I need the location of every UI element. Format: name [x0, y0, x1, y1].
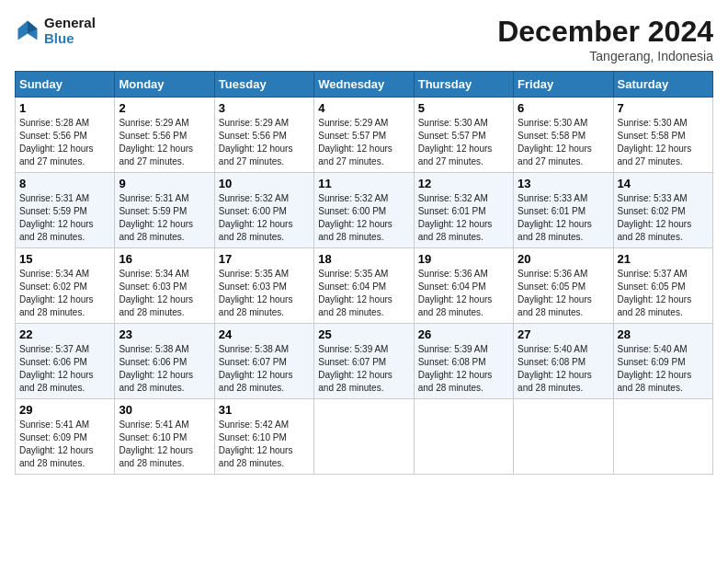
cell-info: Sunrise: 5:32 AMSunset: 6:01 PMDaylight:… [418, 192, 509, 244]
day-number: 29 [19, 403, 110, 417]
day-number: 21 [618, 252, 709, 266]
calendar-cell: 6Sunrise: 5:30 AMSunset: 5:58 PMDaylight… [514, 98, 613, 173]
day-number: 3 [219, 101, 310, 115]
week-row-5: 29Sunrise: 5:41 AMSunset: 6:09 PMDayligh… [16, 399, 713, 475]
calendar-cell: 30Sunrise: 5:41 AMSunset: 6:10 PMDayligh… [115, 399, 214, 475]
cell-info: Sunrise: 5:28 AMSunset: 5:56 PMDaylight:… [19, 117, 110, 168]
cell-info: Sunrise: 5:41 AMSunset: 6:09 PMDaylight:… [19, 419, 110, 470]
week-row-4: 22Sunrise: 5:37 AMSunset: 6:06 PMDayligh… [16, 324, 713, 399]
cell-info: Sunrise: 5:32 AMSunset: 6:00 PMDaylight:… [219, 192, 310, 244]
subtitle: Tangerang, Indonesia [497, 49, 713, 63]
calendar-cell [314, 399, 414, 475]
cell-info: Sunrise: 5:30 AMSunset: 5:58 PMDaylight:… [518, 117, 609, 168]
day-number: 15 [19, 252, 110, 266]
calendar-cell: 3Sunrise: 5:29 AMSunset: 5:56 PMDaylight… [214, 98, 313, 173]
day-number: 20 [518, 252, 609, 266]
calendar-cell: 2Sunrise: 5:29 AMSunset: 5:56 PMDaylight… [115, 98, 214, 173]
day-header-monday: Monday [115, 72, 214, 98]
cell-info: Sunrise: 5:31 AMSunset: 5:59 PMDaylight:… [119, 192, 210, 244]
cell-info: Sunrise: 5:30 AMSunset: 5:57 PMDaylight:… [418, 117, 509, 168]
day-number: 13 [518, 177, 609, 190]
cell-info: Sunrise: 5:34 AMSunset: 6:02 PMDaylight:… [19, 268, 110, 319]
cell-info: Sunrise: 5:39 AMSunset: 6:07 PMDaylight:… [318, 343, 409, 395]
calendar-cell: 26Sunrise: 5:39 AMSunset: 6:08 PMDayligh… [414, 324, 513, 399]
cell-info: Sunrise: 5:30 AMSunset: 5:58 PMDaylight:… [618, 117, 709, 168]
calendar-cell: 27Sunrise: 5:40 AMSunset: 6:08 PMDayligh… [514, 324, 613, 399]
cell-info: Sunrise: 5:37 AMSunset: 6:06 PMDaylight:… [19, 343, 110, 395]
day-number: 25 [318, 327, 409, 341]
cell-info: Sunrise: 5:39 AMSunset: 6:08 PMDaylight:… [418, 343, 509, 395]
calendar-cell [414, 399, 513, 475]
cell-info: Sunrise: 5:38 AMSunset: 6:07 PMDaylight:… [219, 343, 310, 395]
day-number: 26 [418, 327, 509, 341]
day-header-saturday: Saturday [613, 72, 712, 98]
header: General Blue December 2024 Tangerang, In… [15, 15, 713, 63]
calendar-cell: 7Sunrise: 5:30 AMSunset: 5:58 PMDaylight… [613, 98, 712, 173]
cell-info: Sunrise: 5:40 AMSunset: 6:08 PMDaylight:… [518, 343, 609, 395]
cell-info: Sunrise: 5:38 AMSunset: 6:06 PMDaylight:… [119, 343, 210, 395]
cell-info: Sunrise: 5:35 AMSunset: 6:04 PMDaylight:… [318, 268, 409, 319]
calendar-cell: 9Sunrise: 5:31 AMSunset: 5:59 PMDaylight… [115, 173, 214, 248]
logo: General Blue [15, 15, 96, 46]
day-number: 1 [19, 101, 110, 115]
calendar-cell: 19Sunrise: 5:36 AMSunset: 6:04 PMDayligh… [414, 248, 513, 324]
calendar-cell: 24Sunrise: 5:38 AMSunset: 6:07 PMDayligh… [214, 324, 313, 399]
calendar-cell: 1Sunrise: 5:28 AMSunset: 5:56 PMDaylight… [16, 98, 115, 173]
day-number: 23 [119, 327, 210, 341]
calendar-cell: 11Sunrise: 5:32 AMSunset: 6:00 PMDayligh… [314, 173, 414, 248]
cell-info: Sunrise: 5:36 AMSunset: 6:05 PMDaylight:… [518, 268, 609, 319]
logo-icon [15, 17, 40, 43]
calendar-cell: 14Sunrise: 5:33 AMSunset: 6:02 PMDayligh… [613, 173, 712, 248]
cell-info: Sunrise: 5:29 AMSunset: 5:56 PMDaylight:… [119, 117, 210, 168]
cell-info: Sunrise: 5:29 AMSunset: 5:57 PMDaylight:… [318, 117, 409, 168]
cell-info: Sunrise: 5:41 AMSunset: 6:10 PMDaylight:… [119, 419, 210, 470]
calendar-cell: 25Sunrise: 5:39 AMSunset: 6:07 PMDayligh… [314, 324, 414, 399]
calendar-cell: 18Sunrise: 5:35 AMSunset: 6:04 PMDayligh… [314, 248, 414, 324]
day-number: 8 [19, 177, 110, 190]
calendar-cell [613, 399, 712, 475]
title-area: December 2024 Tangerang, Indonesia [497, 15, 713, 63]
day-header-thursday: Thursday [414, 72, 513, 98]
cell-info: Sunrise: 5:34 AMSunset: 6:03 PMDaylight:… [119, 268, 210, 319]
calendar-cell: 13Sunrise: 5:33 AMSunset: 6:01 PMDayligh… [514, 173, 613, 248]
calendar-cell: 29Sunrise: 5:41 AMSunset: 6:09 PMDayligh… [16, 399, 115, 475]
week-row-3: 15Sunrise: 5:34 AMSunset: 6:02 PMDayligh… [16, 248, 713, 324]
day-number: 27 [518, 327, 609, 341]
day-number: 19 [418, 252, 509, 266]
day-header-tuesday: Tuesday [214, 72, 313, 98]
cell-info: Sunrise: 5:31 AMSunset: 5:59 PMDaylight:… [19, 192, 110, 244]
logo-text: General Blue [44, 15, 96, 46]
calendar-cell: 15Sunrise: 5:34 AMSunset: 6:02 PMDayligh… [16, 248, 115, 324]
day-number: 16 [119, 252, 210, 266]
calendar-cell: 21Sunrise: 5:37 AMSunset: 6:05 PMDayligh… [613, 248, 712, 324]
day-number: 4 [318, 101, 409, 115]
calendar-cell: 17Sunrise: 5:35 AMSunset: 6:03 PMDayligh… [214, 248, 313, 324]
cell-info: Sunrise: 5:36 AMSunset: 6:04 PMDaylight:… [418, 268, 509, 319]
calendar-cell: 4Sunrise: 5:29 AMSunset: 5:57 PMDaylight… [314, 98, 414, 173]
cell-info: Sunrise: 5:32 AMSunset: 6:00 PMDaylight:… [318, 192, 409, 244]
calendar-cell: 28Sunrise: 5:40 AMSunset: 6:09 PMDayligh… [613, 324, 712, 399]
calendar-cell: 10Sunrise: 5:32 AMSunset: 6:00 PMDayligh… [214, 173, 313, 248]
day-number: 6 [518, 101, 609, 115]
day-header-sunday: Sunday [16, 72, 115, 98]
day-number: 22 [19, 327, 110, 341]
day-header-wednesday: Wednesday [314, 72, 414, 98]
day-number: 18 [318, 252, 409, 266]
day-number: 2 [119, 101, 210, 115]
day-number: 31 [219, 403, 310, 417]
calendar-cell [514, 399, 613, 475]
calendar-cell: 5Sunrise: 5:30 AMSunset: 5:57 PMDaylight… [414, 98, 513, 173]
cell-info: Sunrise: 5:33 AMSunset: 6:02 PMDaylight:… [618, 192, 709, 244]
day-number: 30 [119, 403, 210, 417]
days-header-row: SundayMondayTuesdayWednesdayThursdayFrid… [16, 72, 713, 98]
month-title: December 2024 [497, 15, 713, 49]
day-number: 12 [418, 177, 509, 190]
day-number: 7 [618, 101, 709, 115]
calendar-cell: 12Sunrise: 5:32 AMSunset: 6:01 PMDayligh… [414, 173, 513, 248]
calendar-cell: 23Sunrise: 5:38 AMSunset: 6:06 PMDayligh… [115, 324, 214, 399]
calendar-cell: 8Sunrise: 5:31 AMSunset: 5:59 PMDaylight… [16, 173, 115, 248]
day-number: 5 [418, 101, 509, 115]
calendar-cell: 20Sunrise: 5:36 AMSunset: 6:05 PMDayligh… [514, 248, 613, 324]
calendar-table: SundayMondayTuesdayWednesdayThursdayFrid… [15, 71, 713, 475]
day-number: 28 [618, 327, 709, 341]
